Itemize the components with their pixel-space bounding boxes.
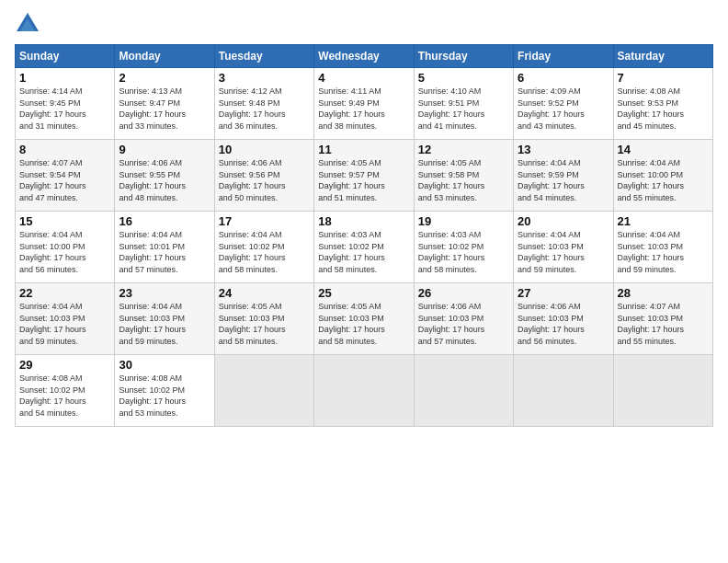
day-cell: 10Sunrise: 4:06 AM Sunset: 9:56 PM Dayli…	[214, 140, 313, 212]
day-info: Sunrise: 4:03 AM Sunset: 10:02 PM Daylig…	[318, 229, 409, 275]
day-number: 18	[318, 214, 409, 228]
col-header-thursday: Thursday	[414, 45, 513, 68]
day-number: 2	[119, 71, 210, 85]
day-number: 6	[518, 71, 609, 85]
day-cell: 26Sunrise: 4:06 AM Sunset: 10:03 PM Dayl…	[414, 283, 513, 355]
day-info: Sunrise: 4:07 AM Sunset: 10:03 PM Daylig…	[618, 301, 709, 347]
day-number: 22	[19, 286, 110, 300]
day-number: 23	[119, 286, 210, 300]
day-number: 5	[418, 71, 509, 85]
day-number: 26	[418, 286, 509, 300]
day-info: Sunrise: 4:06 AM Sunset: 9:56 PM Dayligh…	[219, 157, 310, 203]
day-info: Sunrise: 4:08 AM Sunset: 10:02 PM Daylig…	[119, 373, 210, 419]
day-number: 10	[219, 143, 310, 156]
day-info: Sunrise: 4:06 AM Sunset: 10:03 PM Daylig…	[418, 301, 509, 347]
day-info: Sunrise: 4:05 AM Sunset: 9:57 PM Dayligh…	[318, 157, 409, 203]
week-row-0: 1Sunrise: 4:14 AM Sunset: 9:45 PM Daylig…	[16, 68, 713, 140]
col-header-wednesday: Wednesday	[314, 45, 414, 68]
day-cell: 11Sunrise: 4:05 AM Sunset: 9:57 PM Dayli…	[314, 140, 414, 212]
calendar-body: 1Sunrise: 4:14 AM Sunset: 9:45 PM Daylig…	[16, 68, 713, 427]
day-number: 7	[618, 71, 709, 85]
day-cell: 27Sunrise: 4:06 AM Sunset: 10:03 PM Dayl…	[514, 283, 613, 355]
day-number: 11	[318, 143, 409, 156]
day-cell	[314, 355, 414, 427]
day-number: 30	[119, 358, 210, 372]
day-number: 27	[518, 286, 609, 300]
col-header-monday: Monday	[115, 45, 214, 68]
day-number: 20	[518, 214, 609, 228]
day-number: 21	[618, 214, 709, 228]
day-info: Sunrise: 4:12 AM Sunset: 9:48 PM Dayligh…	[219, 86, 310, 132]
day-cell: 16Sunrise: 4:04 AM Sunset: 10:01 PM Dayl…	[115, 212, 214, 283]
day-cell: 2Sunrise: 4:13 AM Sunset: 9:47 PM Daylig…	[115, 68, 214, 140]
week-row-4: 29Sunrise: 4:08 AM Sunset: 10:02 PM Dayl…	[16, 355, 713, 427]
logo-icon	[15, 11, 40, 37]
day-number: 19	[418, 214, 509, 228]
day-cell: 15Sunrise: 4:04 AM Sunset: 10:00 PM Dayl…	[16, 212, 115, 283]
day-info: Sunrise: 4:09 AM Sunset: 9:52 PM Dayligh…	[518, 86, 609, 132]
day-info: Sunrise: 4:04 AM Sunset: 10:03 PM Daylig…	[518, 229, 609, 275]
day-info: Sunrise: 4:14 AM Sunset: 9:45 PM Dayligh…	[19, 86, 110, 132]
col-header-saturday: Saturday	[613, 45, 712, 68]
day-cell: 3Sunrise: 4:12 AM Sunset: 9:48 PM Daylig…	[214, 68, 313, 140]
day-number: 8	[19, 143, 110, 156]
day-info: Sunrise: 4:06 AM Sunset: 10:03 PM Daylig…	[518, 301, 609, 347]
day-cell: 14Sunrise: 4:04 AM Sunset: 10:00 PM Dayl…	[613, 140, 712, 212]
day-info: Sunrise: 4:04 AM Sunset: 10:01 PM Daylig…	[119, 229, 210, 275]
day-cell: 23Sunrise: 4:04 AM Sunset: 10:03 PM Dayl…	[115, 283, 214, 355]
day-cell: 30Sunrise: 4:08 AM Sunset: 10:02 PM Dayl…	[115, 355, 214, 427]
col-header-sunday: Sunday	[16, 45, 115, 68]
day-number: 29	[19, 358, 110, 372]
day-info: Sunrise: 4:04 AM Sunset: 10:02 PM Daylig…	[219, 229, 310, 275]
day-info: Sunrise: 4:13 AM Sunset: 9:47 PM Dayligh…	[119, 86, 210, 132]
day-cell	[613, 355, 712, 427]
day-cell: 19Sunrise: 4:03 AM Sunset: 10:02 PM Dayl…	[414, 212, 513, 283]
day-info: Sunrise: 4:07 AM Sunset: 9:54 PM Dayligh…	[19, 157, 110, 203]
day-cell: 18Sunrise: 4:03 AM Sunset: 10:02 PM Dayl…	[314, 212, 414, 283]
day-cell: 1Sunrise: 4:14 AM Sunset: 9:45 PM Daylig…	[16, 68, 115, 140]
day-cell: 24Sunrise: 4:05 AM Sunset: 10:03 PM Dayl…	[214, 283, 313, 355]
day-cell: 29Sunrise: 4:08 AM Sunset: 10:02 PM Dayl…	[16, 355, 115, 427]
day-number: 17	[219, 214, 310, 228]
day-info: Sunrise: 4:06 AM Sunset: 9:55 PM Dayligh…	[119, 157, 210, 203]
day-cell: 21Sunrise: 4:04 AM Sunset: 10:03 PM Dayl…	[613, 212, 712, 283]
day-cell	[514, 355, 613, 427]
day-info: Sunrise: 4:10 AM Sunset: 9:51 PM Dayligh…	[418, 86, 509, 132]
week-row-3: 22Sunrise: 4:04 AM Sunset: 10:03 PM Dayl…	[16, 283, 713, 355]
day-cell	[214, 355, 313, 427]
page: SundayMondayTuesdayWednesdayThursdayFrid…	[0, 0, 728, 563]
logo	[15, 11, 44, 37]
day-info: Sunrise: 4:04 AM Sunset: 10:03 PM Daylig…	[19, 301, 110, 347]
day-info: Sunrise: 4:08 AM Sunset: 10:02 PM Daylig…	[19, 373, 110, 419]
day-cell: 25Sunrise: 4:05 AM Sunset: 10:03 PM Dayl…	[314, 283, 414, 355]
day-number: 14	[618, 143, 709, 156]
day-cell: 4Sunrise: 4:11 AM Sunset: 9:49 PM Daylig…	[314, 68, 414, 140]
day-number: 24	[219, 286, 310, 300]
day-info: Sunrise: 4:04 AM Sunset: 10:00 PM Daylig…	[618, 157, 709, 203]
day-info: Sunrise: 4:04 AM Sunset: 10:00 PM Daylig…	[19, 229, 110, 275]
day-number: 15	[19, 214, 110, 228]
day-number: 12	[418, 143, 509, 156]
day-cell: 22Sunrise: 4:04 AM Sunset: 10:03 PM Dayl…	[16, 283, 115, 355]
header-row: SundayMondayTuesdayWednesdayThursdayFrid…	[16, 45, 713, 68]
day-cell: 20Sunrise: 4:04 AM Sunset: 10:03 PM Dayl…	[514, 212, 613, 283]
day-info: Sunrise: 4:05 AM Sunset: 10:03 PM Daylig…	[219, 301, 310, 347]
day-info: Sunrise: 4:03 AM Sunset: 10:02 PM Daylig…	[418, 229, 509, 275]
calendar-header: SundayMondayTuesdayWednesdayThursdayFrid…	[16, 45, 713, 68]
day-info: Sunrise: 4:08 AM Sunset: 9:53 PM Dayligh…	[618, 86, 709, 132]
day-info: Sunrise: 4:05 AM Sunset: 10:03 PM Daylig…	[318, 301, 409, 347]
day-info: Sunrise: 4:11 AM Sunset: 9:49 PM Dayligh…	[318, 86, 409, 132]
day-cell	[414, 355, 513, 427]
col-header-friday: Friday	[514, 45, 613, 68]
day-number: 3	[219, 71, 310, 85]
header	[15, 11, 713, 37]
day-cell: 28Sunrise: 4:07 AM Sunset: 10:03 PM Dayl…	[613, 283, 712, 355]
day-cell: 13Sunrise: 4:04 AM Sunset: 9:59 PM Dayli…	[514, 140, 613, 212]
week-row-2: 15Sunrise: 4:04 AM Sunset: 10:00 PM Dayl…	[16, 212, 713, 283]
day-number: 13	[518, 143, 609, 156]
day-number: 1	[19, 71, 110, 85]
day-number: 25	[318, 286, 409, 300]
day-number: 16	[119, 214, 210, 228]
day-cell: 5Sunrise: 4:10 AM Sunset: 9:51 PM Daylig…	[414, 68, 513, 140]
day-info: Sunrise: 4:04 AM Sunset: 10:03 PM Daylig…	[618, 229, 709, 275]
